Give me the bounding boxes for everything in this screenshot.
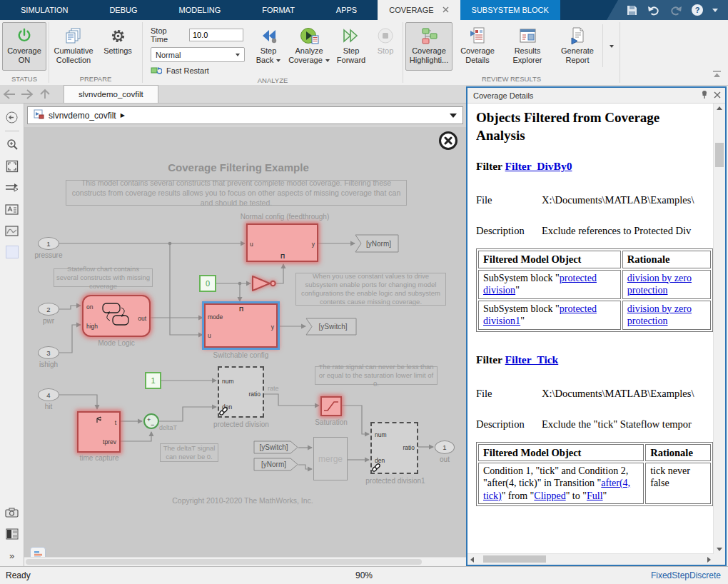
block-constant-0[interactable]: 0 xyxy=(199,275,216,292)
review-results-more-button[interactable] xyxy=(603,22,617,71)
back-icon[interactable] xyxy=(0,85,18,103)
rationale-link[interactable]: division by zero protection xyxy=(627,303,692,327)
canvas-horizontal-scrollbar[interactable] xyxy=(24,557,466,566)
coverage-details-button[interactable]: Coverage Details xyxy=(453,22,502,71)
block-protected-division1[interactable]: num den ratio xyxy=(370,422,418,474)
inport-shape[interactable]: 2 xyxy=(38,303,59,316)
pin-icon[interactable] xyxy=(701,90,708,101)
analyze-coverage-button[interactable]: Analyze Coverage xyxy=(286,22,332,71)
tab-apps[interactable]: APPS xyxy=(315,0,378,20)
block-not-gate[interactable] xyxy=(252,276,278,294)
image-icon[interactable] xyxy=(4,222,21,239)
annotation-stateflow[interactable]: Stateflow chart contains several constru… xyxy=(54,268,153,287)
block-sum[interactable]: + − xyxy=(143,413,159,429)
scroll-up-icon[interactable] xyxy=(717,106,722,110)
tab-modeling[interactable]: MODELING xyxy=(158,0,242,20)
coverage-on-button[interactable]: Coverage ON xyxy=(2,22,46,71)
subsystem-badge-icon[interactable] xyxy=(4,525,21,543)
step-back-button[interactable]: Step Back xyxy=(251,22,286,71)
solver-name[interactable]: FixedStepDiscrete xyxy=(651,570,721,580)
step-forward-button[interactable]: Step Forward xyxy=(332,22,370,71)
panel-horizontal-scrollbar[interactable] xyxy=(467,553,714,565)
tab-format[interactable]: FORMAT xyxy=(241,0,315,20)
minimize-ribbon-icon[interactable] xyxy=(712,69,722,81)
up-icon[interactable] xyxy=(36,85,54,103)
settings-button[interactable]: Settings xyxy=(96,22,140,71)
scrollbar-thumb[interactable] xyxy=(715,143,724,167)
generate-report-button[interactable]: Generate Report xyxy=(552,22,602,71)
inport-shape[interactable]: 3 xyxy=(38,346,59,359)
filter-tick-link[interactable]: Filter_Tick xyxy=(505,353,559,366)
tab-coverage-active[interactable]: COVERAGE xyxy=(378,0,460,20)
inport-ishigh[interactable]: 3 ishigh xyxy=(38,346,59,359)
block-switchable-config[interactable]: mode u y Π xyxy=(204,303,278,348)
block-normal-config[interactable]: u y Π xyxy=(246,223,318,262)
from-ynorm[interactable]: [yNorm] xyxy=(253,458,298,471)
simulation-mode-dropdown[interactable]: Normal xyxy=(151,47,245,62)
document-tab-slvnvdemo-covfilt[interactable]: slvnvdemo_covfilt xyxy=(64,85,158,103)
inport-shape[interactable]: 4 xyxy=(38,388,59,401)
model-description-annotation[interactable]: This model contains several constructs t… xyxy=(66,180,407,206)
save-icon[interactable] xyxy=(625,4,638,16)
scroll-down-icon[interactable] xyxy=(717,548,722,551)
results-explorer-button[interactable]: Results Explorer xyxy=(502,22,552,71)
block-merge[interactable]: merge xyxy=(313,437,348,480)
viewport-area-icon[interactable] xyxy=(4,243,21,261)
annotation-deltat[interactable]: The deltaT signal can never be 0. xyxy=(160,443,218,462)
scrollbar-thumb[interactable] xyxy=(483,555,546,563)
block-saturation[interactable] xyxy=(320,396,342,416)
inport-pressure[interactable]: 1 pressure xyxy=(38,237,59,250)
hide-browser-icon[interactable] xyxy=(4,109,21,126)
redo-icon[interactable] xyxy=(669,4,682,16)
screenshot-icon[interactable] xyxy=(4,504,21,521)
from-yswitch[interactable]: [ySwitch] xyxy=(253,440,298,454)
clipped-state-link[interactable]: Clipped xyxy=(534,490,565,501)
breadcrumb-model-name[interactable]: slvnvdemo_covfilt xyxy=(49,111,116,121)
forward-icon[interactable] xyxy=(18,85,36,103)
undo-icon[interactable] xyxy=(647,4,660,16)
inport-pwr[interactable]: 2 pwr xyxy=(38,303,59,316)
close-icon[interactable] xyxy=(443,6,449,14)
cumulative-collection-button[interactable]: Cumulative Collection xyxy=(51,22,96,71)
breadcrumb-dropdown-icon[interactable] xyxy=(450,114,457,118)
filter-divby0-link[interactable]: Filter_DivBy0 xyxy=(505,160,572,172)
breadcrumb-arrow-icon[interactable]: ▶ xyxy=(121,112,125,119)
goto-ynorm[interactable]: [yNorm] xyxy=(355,234,399,253)
tab-simulation[interactable]: SIMULATION xyxy=(0,0,89,20)
annotation-rate[interactable]: The rate signal can never be less than o… xyxy=(315,366,438,385)
full-state-link[interactable]: Full xyxy=(587,490,603,501)
coverage-legend-button[interactable] xyxy=(30,547,46,557)
fit-to-view-icon[interactable] xyxy=(4,158,21,175)
scroll-left-icon[interactable] xyxy=(470,557,474,563)
scrollbar-thumb[interactable] xyxy=(26,559,422,565)
block-protected-division[interactable]: num den ratio xyxy=(218,366,264,418)
annotation-icon[interactable] xyxy=(4,201,21,218)
route-signals-icon[interactable] xyxy=(4,179,21,196)
block-mode-logic[interactable]: on high out xyxy=(82,295,151,337)
fast-restart-toggle[interactable]: Fast Restart xyxy=(151,66,243,76)
close-panel-icon[interactable] xyxy=(714,91,721,100)
help-icon[interactable]: ? xyxy=(692,4,703,16)
block-constant-1[interactable]: 1 xyxy=(145,372,161,389)
expand-sidebar-icon[interactable]: » xyxy=(4,547,21,564)
model-canvas[interactable]: Coverage Filtering Example This model co… xyxy=(24,127,466,557)
stop-time-input[interactable] xyxy=(189,29,243,41)
zoom-level[interactable]: 90% xyxy=(0,570,728,580)
rationale-link[interactable]: division by zero protection xyxy=(627,273,692,296)
zoom-icon[interactable] xyxy=(4,136,21,153)
outport-shape[interactable]: 1 xyxy=(435,440,455,454)
block-time-capture[interactable]: t tprev xyxy=(77,411,121,453)
goto-yswitch[interactable]: [ySwitch] xyxy=(305,318,357,336)
coverage-highlighting-button[interactable]: Coverage Highlighti... xyxy=(405,22,453,71)
breadcrumb[interactable]: slvnvdemo_covfilt ▶ xyxy=(27,106,463,124)
annotation-enable[interactable]: When you use constant values to drive su… xyxy=(295,273,446,306)
inport-hit[interactable]: 4 hit xyxy=(38,388,59,401)
scroll-right-icon[interactable] xyxy=(707,557,711,563)
outport-out[interactable]: 1 out xyxy=(435,440,455,454)
panel-vertical-scrollbar[interactable] xyxy=(713,104,725,554)
tab-debug[interactable]: DEBUG xyxy=(89,0,158,20)
close-canvas-icon[interactable] xyxy=(439,131,457,150)
inport-shape[interactable]: 1 xyxy=(38,237,59,250)
qat-dropdown-icon[interactable] xyxy=(712,9,718,12)
tab-subsystem-block[interactable]: SUBSYSTEM BLOCK xyxy=(460,0,560,20)
